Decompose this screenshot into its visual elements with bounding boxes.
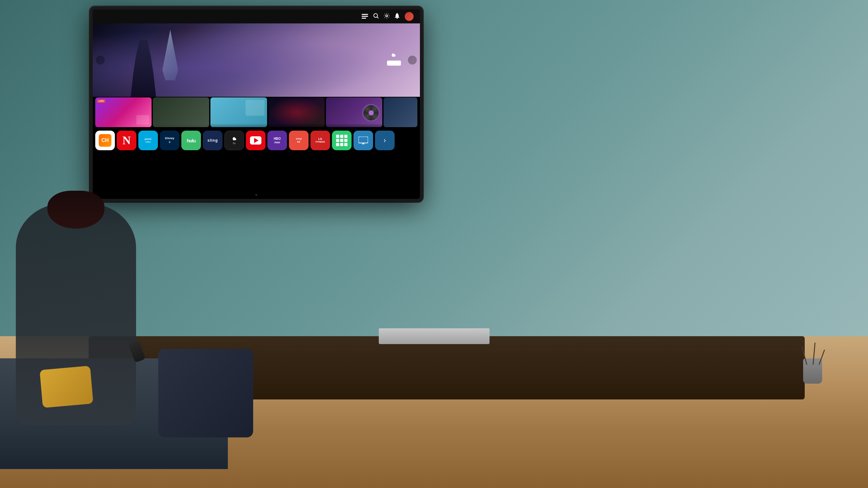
settings-icon[interactable]	[384, 13, 390, 20]
game-label	[268, 123, 325, 127]
app-more[interactable]: ›	[375, 131, 395, 150]
game-glow	[268, 97, 325, 127]
sofa-cushion	[39, 366, 93, 408]
hero-prev-button[interactable]	[96, 56, 105, 65]
live-badge: LIVE	[97, 99, 105, 103]
profile-avatar[interactable]	[405, 12, 413, 21]
app-screencast[interactable]	[353, 131, 373, 150]
app-youtube[interactable]	[246, 131, 266, 150]
sofa-dark-cushion	[158, 349, 253, 437]
app-disney-plus[interactable]: Disney +	[160, 131, 179, 150]
svg-point-3	[374, 13, 377, 18]
hero-banner	[93, 23, 420, 97]
hero-next-button[interactable]	[408, 56, 417, 65]
app-hulu[interactable]: hulu	[181, 131, 201, 150]
svg-point-6	[397, 18, 398, 19]
hero-title-area	[387, 53, 401, 67]
tv-guide-icon[interactable]	[362, 14, 368, 19]
category-cards-row: LIVE	[93, 97, 420, 127]
svg-line-4	[377, 17, 379, 19]
decorative-vase	[803, 358, 822, 384]
app-prime-video[interactable]: prime video	[138, 131, 158, 150]
app-shop[interactable]: shop EE	[289, 131, 309, 150]
sp-label	[383, 123, 417, 127]
tv-screen: LIVE	[93, 9, 420, 199]
app-sling[interactable]: sling	[203, 131, 222, 150]
svg-rect-0	[362, 14, 368, 15]
music-vinyl	[362, 104, 380, 122]
notifications-icon[interactable]	[395, 13, 400, 20]
game-card[interactable]	[268, 97, 325, 127]
svg-point-5	[386, 15, 388, 17]
tv-stand	[379, 328, 490, 344]
music-label	[326, 123, 382, 127]
home-hub-label	[211, 123, 267, 127]
svg-rect-2	[362, 18, 366, 19]
home-office-card[interactable]	[153, 97, 209, 127]
sp-card[interactable]	[383, 97, 417, 127]
live-tv-card[interactable]: LIVE	[95, 97, 152, 127]
top-navigation	[93, 9, 420, 23]
home-hub-card[interactable]	[211, 97, 267, 127]
scroll-indicator: ⌄	[254, 191, 258, 196]
watch-now-button[interactable]	[387, 61, 401, 66]
search-icon[interactable]	[373, 13, 379, 20]
apps-row: CH N prime video Disney + hulu sli	[93, 129, 420, 152]
app-lg-fitness[interactable]: LG FITNESS	[310, 131, 330, 150]
app-apple-tv[interactable]: TV	[224, 131, 244, 150]
music-card[interactable]	[326, 97, 382, 127]
svg-rect-1	[362, 16, 368, 17]
app-ch[interactable]: CH	[95, 131, 115, 150]
apple-tv-logo	[387, 53, 401, 58]
tv-frame: LIVE	[90, 7, 423, 201]
app-netflix[interactable]: N	[117, 131, 136, 150]
svg-rect-7	[359, 137, 368, 143]
app-apps-grid[interactable]	[332, 131, 351, 150]
app-hbo-max[interactable]: HBO max	[268, 131, 287, 150]
